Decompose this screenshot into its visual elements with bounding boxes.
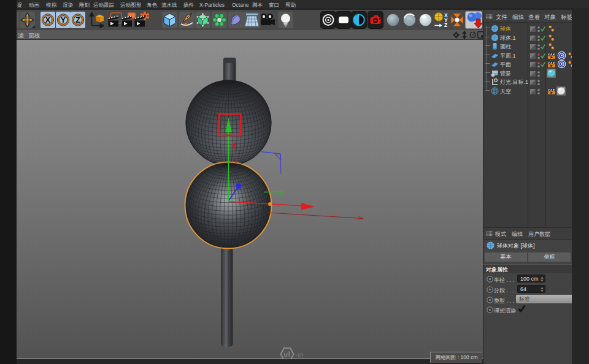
svg-text:·cn: ·cn — [296, 352, 304, 358]
svg-text:Y: Y — [60, 16, 66, 25]
svg-text:U: U — [284, 352, 288, 358]
svg-text:X: X — [45, 16, 51, 25]
svg-text:Z: Z — [75, 16, 80, 25]
svg-text:Z: Z — [444, 22, 447, 28]
